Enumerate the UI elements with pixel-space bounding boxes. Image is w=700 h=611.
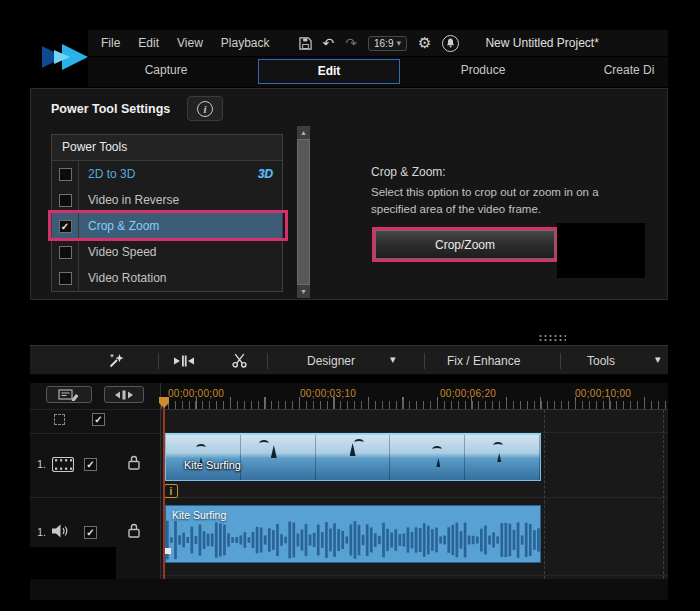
- settings-gear-icon[interactable]: ⚙: [418, 36, 431, 50]
- power-tool-item-2d-to-3d[interactable]: 2D to 3D 3D: [52, 161, 282, 187]
- aspect-ratio-value: 16:9: [374, 38, 393, 49]
- track-manager-button[interactable]: [46, 386, 92, 403]
- power-tool-settings-panel: Power Tool Settings i Power Tools 2D to …: [30, 88, 668, 300]
- tab-edit[interactable]: Edit: [258, 59, 400, 84]
- power-tool-item-video-in-reverse[interactable]: Video in Reverse: [52, 187, 282, 213]
- 3d-badge-icon: 3D: [258, 167, 273, 181]
- list-scrollbar[interactable]: ▲ ▼: [297, 126, 310, 298]
- tab-capture[interactable]: Capture: [128, 63, 204, 77]
- crop-zoom-description: Crop & Zoom: Select this option to crop …: [371, 165, 671, 218]
- info-icon: i: [197, 101, 213, 117]
- checkbox-video-speed[interactable]: [59, 246, 72, 259]
- split-scissors-icon[interactable]: [232, 353, 247, 368]
- item-label: 2D to 3D: [79, 167, 135, 181]
- redacted-area: [557, 223, 645, 278]
- scroll-up-icon[interactable]: ▲: [297, 126, 310, 139]
- grid-guide: [663, 410, 664, 579]
- audio-track-enable-checkbox[interactable]: ✓: [84, 526, 97, 539]
- mode-tab-bar: Capture Edit Produce Create Di: [88, 57, 668, 87]
- audio-track-icon: [52, 524, 68, 538]
- toolbar-separator: [424, 353, 425, 369]
- menu-edit[interactable]: Edit: [129, 36, 168, 50]
- crop-zoom-button[interactable]: Crop/Zoom: [375, 230, 555, 259]
- fix-enhance-button[interactable]: Fix / Enhance: [447, 354, 520, 368]
- fit-timeline-button[interactable]: [104, 386, 144, 403]
- video-track-number: 1.: [37, 458, 46, 470]
- redacted-area: [30, 547, 116, 579]
- tools-dropdown[interactable]: Tools: [587, 354, 615, 368]
- info-button[interactable]: i: [187, 96, 223, 121]
- panel-resize-handle[interactable]: [538, 334, 566, 342]
- timeline-panel: ✓ 1. ✓: [30, 383, 668, 579]
- clip-thumbnail: [390, 435, 465, 480]
- power-tools-list: Power Tools 2D to 3D 3D Video in Reverse…: [51, 134, 283, 292]
- notification-bell-icon[interactable]: [442, 35, 459, 52]
- timeline-tracks-area[interactable]: Kite Surfing i Kite Surfing: [161, 410, 668, 579]
- checkbox-video-rotation[interactable]: [59, 272, 72, 285]
- menu-icon-group: ↶ ↷ 16:9 ▾ ⚙: [299, 35, 460, 52]
- clip-resize-handle[interactable]: [165, 548, 171, 554]
- check-icon: ✓: [86, 459, 94, 470]
- item-label: Video Speed: [79, 245, 157, 259]
- highlight-box-crop-zoom-button: Crop/Zoom: [372, 227, 558, 262]
- tab-produce[interactable]: Produce: [443, 63, 523, 77]
- description-title: Crop & Zoom:: [371, 165, 671, 179]
- audio-clip[interactable]: Kite Surfing: [165, 505, 541, 563]
- clip-thumbnail: [465, 435, 540, 480]
- select-all-tracks-checkbox[interactable]: ✓: [92, 413, 105, 426]
- magic-wand-icon[interactable]: [108, 352, 125, 369]
- chevron-down-icon: ▾: [396, 39, 401, 48]
- video-clip[interactable]: Kite Surfing: [165, 433, 541, 481]
- content-end-guide: [544, 410, 545, 579]
- power-tool-item-video-rotation[interactable]: Video Rotation: [52, 265, 282, 291]
- range-select-icon[interactable]: [54, 414, 65, 425]
- toolbar-separator: [560, 353, 561, 369]
- item-label: Crop & Zoom: [79, 219, 159, 233]
- checkbox-video-in-reverse[interactable]: [59, 194, 72, 207]
- video-track-lock-icon[interactable]: [128, 455, 140, 470]
- chevron-down-icon[interactable]: ▾: [655, 355, 661, 364]
- save-icon[interactable]: [299, 37, 312, 50]
- menu-file[interactable]: File: [92, 36, 129, 50]
- menu-view[interactable]: View: [168, 36, 212, 50]
- clip-thumbnail: [241, 435, 316, 480]
- page-title: Power Tool Settings: [51, 102, 170, 116]
- check-icon: ✓: [94, 414, 102, 425]
- clip-thumbnail: [316, 435, 391, 480]
- audio-track-number: 1.: [37, 526, 46, 538]
- power-tool-item-video-speed[interactable]: Video Speed: [52, 239, 282, 265]
- item-label: Video in Reverse: [79, 193, 179, 207]
- check-icon: ✓: [86, 527, 94, 538]
- audio-track-lock-icon[interactable]: [128, 523, 140, 538]
- powerdirector-logo: [40, 40, 90, 74]
- audio-clip-label: Kite Surfing: [172, 509, 226, 521]
- chevron-down-icon[interactable]: ▾: [390, 355, 396, 364]
- aspect-ratio-dropdown[interactable]: 16:9 ▾: [368, 36, 407, 51]
- undo-icon[interactable]: ↶: [323, 36, 335, 50]
- redo-icon[interactable]: ↷: [345, 36, 357, 50]
- power-tools-list-header: Power Tools: [52, 135, 282, 161]
- clip-thumbnail: [166, 435, 241, 480]
- tab-create-disc[interactable]: Create Di: [586, 63, 672, 77]
- designer-dropdown[interactable]: Designer: [307, 354, 355, 368]
- description-line: specified area of the video frame.: [371, 201, 671, 218]
- timeline-scroll-strip[interactable]: [30, 579, 668, 600]
- toolbar-separator: [158, 353, 159, 369]
- video-track-enable-checkbox[interactable]: ✓: [84, 458, 97, 471]
- check-icon: ✓: [61, 221, 69, 232]
- video-clip-label: Kite Surfing: [184, 459, 241, 471]
- toolbar-separator: [267, 353, 268, 369]
- project-title: New Untitled Project*: [485, 36, 598, 50]
- timeline-ruler[interactable]: 00;00;00;00 00;00;03;10 00;00;06;20 00;0…: [161, 383, 668, 410]
- crossfade-transition-icon[interactable]: [174, 355, 194, 367]
- timeline-toolbar: Designer ▾ Fix / Enhance Tools ▾: [30, 345, 668, 375]
- playhead-line: [163, 398, 165, 579]
- scrollbar-thumb[interactable]: [297, 139, 310, 285]
- scroll-down-icon[interactable]: ▼: [297, 285, 310, 298]
- checkbox-2d-to-3d[interactable]: [59, 168, 72, 181]
- menu-playback[interactable]: Playback: [212, 36, 279, 50]
- menu-bar: File Edit View Playback ↶ ↷ 16:9 ▾ ⚙: [88, 30, 668, 56]
- power-tool-item-crop-zoom[interactable]: ✓ Crop & Zoom: [52, 213, 282, 239]
- clip-info-badge[interactable]: i: [164, 484, 178, 498]
- checkbox-crop-zoom[interactable]: ✓: [59, 220, 72, 233]
